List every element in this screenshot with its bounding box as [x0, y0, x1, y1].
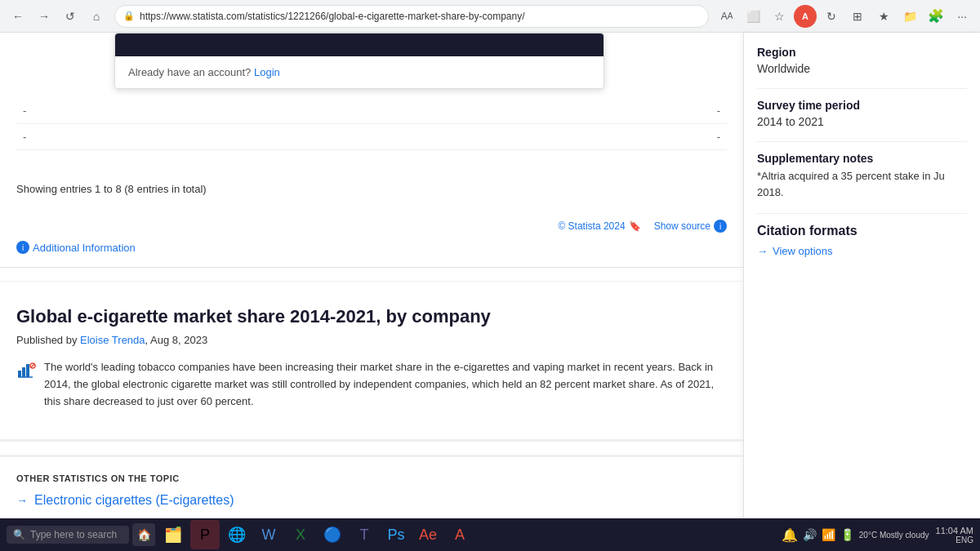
already-account-text: Already have an account? [128, 66, 251, 78]
extensions-button[interactable]: 🧩 [924, 5, 947, 28]
browser-bar: ← → ↺ ⌂ 🔒 https://www.statista.com/stati… [0, 0, 980, 33]
taskbar-search-text[interactable]: Type here to search [30, 529, 117, 540]
survey-period-value: 2014 to 2021 [757, 115, 967, 128]
region-label: Region [757, 46, 967, 59]
right-sidebar: Region Worldwide Survey time period 2014… [743, 33, 980, 551]
sidebar-divider [757, 88, 967, 89]
read-mode-button[interactable]: AA [715, 5, 738, 28]
volume-icon[interactable]: 🔊 [803, 528, 817, 541]
collections-button[interactable]: 📁 [898, 5, 921, 28]
taskbar-windows-button[interactable]: 🏠 [132, 523, 155, 546]
svg-line-5 [31, 364, 34, 367]
more-button[interactable]: ··· [951, 5, 973, 28]
show-source-button[interactable]: Show source i [654, 220, 727, 233]
view-options-link[interactable]: → View options [757, 245, 967, 257]
supp-notes-text: *Altria acquired a 35 percent stake in J… [757, 168, 967, 200]
forward-button[interactable]: → [33, 5, 56, 28]
taskbar-app-excel[interactable]: X [286, 520, 315, 549]
sidebar-region-section: Region Worldwide [757, 46, 967, 75]
login-popup: Already have an account? Login [114, 33, 604, 89]
table-cell: - [490, 104, 727, 117]
battery-icon[interactable]: 🔋 [840, 528, 854, 541]
article-text: The world's leading tobacco companies ha… [44, 359, 727, 410]
taskbar-app-powerpoint[interactable]: P [190, 520, 220, 549]
sidebar-survey-section: Survey time period 2014 to 2021 [757, 99, 967, 128]
back-button[interactable]: ← [7, 5, 29, 28]
taskbar-app-teams[interactable]: T [350, 520, 379, 549]
author-link[interactable]: Eloise Trenda [80, 334, 145, 346]
notification-icon[interactable]: 🔔 [782, 527, 798, 543]
taskbar-search-icon: 🔍 [13, 529, 25, 540]
taskbar-app-word[interactable]: W [254, 520, 283, 549]
screenshot-button[interactable]: ⬜ [742, 5, 764, 28]
url-text: https://www.statista.com/statistics/1221… [140, 11, 525, 22]
bookmark-small-icon: 🔖 [629, 220, 641, 232]
taskbar-right: 20°C Mostly cloudy 11:04 AM ENG [859, 526, 973, 544]
favorites-button[interactable]: ★ [872, 5, 895, 28]
address-bar[interactable]: 🔒 https://www.statista.com/statistics/12… [114, 5, 709, 28]
table-row: - - [16, 124, 727, 150]
taskbar-apps: 🗂️ P 🌐 W X 🔵 T Ps Ae A [158, 520, 778, 549]
table-cell [253, 131, 490, 143]
statista-copyright: © Statista 2024 🔖 [558, 220, 640, 232]
browser-actions: AA ⬜ ☆ A ↻ ⊞ ★ 📁 🧩 ··· [715, 5, 973, 28]
view-options-arrow-icon: → [757, 245, 768, 257]
info-icon: i [16, 241, 29, 254]
supp-notes-label: Supplementary notes [757, 152, 967, 165]
article-author: Published by Eloise Trenda, Aug 8, 2023 [16, 334, 727, 346]
taskbar-weather: 20°C Mostly cloudy [859, 531, 929, 540]
reload-button[interactable]: ↺ [59, 5, 82, 28]
additional-info-button[interactable]: i Additional Information [0, 241, 743, 254]
nav-buttons: ← → ↺ ⌂ [7, 5, 108, 28]
article-body: The world's leading tobacco companies ha… [16, 359, 727, 410]
taskbar-app-adobe[interactable]: Ae [413, 520, 443, 549]
other-stats-section: OTHER STATISTICS ON THE TOPIC → Electron… [0, 455, 743, 524]
login-popup-body: Already have an account? Login [115, 56, 604, 88]
wifi-icon[interactable]: 📶 [822, 528, 835, 541]
survey-period-label: Survey time period [757, 99, 967, 112]
table-row: - - [16, 98, 727, 124]
view-options-label: View options [773, 245, 832, 257]
region-value: Worldwide [757, 62, 967, 75]
svg-rect-0 [18, 371, 21, 377]
table-cell: - [16, 104, 253, 117]
sidebar-citation-section: Citation formats → View options [757, 224, 967, 257]
profile-button[interactable]: A [794, 5, 817, 28]
e-cigarettes-link[interactable]: → Electronic cigarettes (E-cigarettes) [16, 493, 727, 508]
sidebar-supp-notes-section: Supplementary notes *Altria acquired a 3… [757, 152, 967, 200]
entries-info: Showing entries 1 to 8 (8 entries in tot… [16, 183, 727, 195]
arrow-icon: → [16, 494, 28, 507]
main-content: Already have an account? Login - - - - S… [0, 33, 980, 551]
left-content: Already have an account? Login - - - - S… [0, 33, 743, 551]
other-stats-title: OTHER STATISTICS ON THE TOPIC [16, 473, 727, 483]
citation-title: Citation formats [757, 224, 967, 238]
table-cell: - [490, 131, 727, 143]
chart-icon [16, 361, 36, 384]
taskbar-app-chrome[interactable]: 🔵 [318, 520, 347, 549]
taskbar-app-acrobat[interactable]: A [445, 520, 474, 549]
source-info-icon: i [714, 220, 727, 233]
home-button[interactable]: ⌂ [85, 5, 108, 28]
sidebar-divider-2 [757, 141, 967, 142]
taskbar-time: 11:04 AM ENG [936, 526, 973, 544]
login-popup-header [115, 33, 604, 56]
taskbar-app-photoshop[interactable]: Ps [381, 520, 411, 549]
taskbar: 🔍 Type here to search 🏠 🗂️ P 🌐 W X 🔵 T P… [0, 518, 980, 551]
sidebar-divider-3 [757, 213, 967, 214]
table-cell [253, 104, 490, 117]
login-link[interactable]: Login [254, 66, 280, 78]
statista-footer: © Statista 2024 🔖 Show source i [0, 211, 743, 241]
svg-rect-1 [22, 367, 25, 377]
split-view-button[interactable]: ⊞ [846, 5, 869, 28]
bookmark-button[interactable]: ☆ [768, 5, 791, 28]
article-section: Global e-cigarette market share 2014-202… [0, 281, 743, 426]
svg-rect-2 [26, 364, 29, 377]
lock-icon: 🔒 [123, 11, 135, 21]
refresh-button[interactable]: ↻ [820, 5, 843, 28]
article-title: Global e-cigarette market share 2014-202… [16, 306, 727, 327]
taskbar-app-edge[interactable]: 🌐 [222, 520, 252, 549]
taskbar-app-explorer[interactable]: 🗂️ [158, 520, 188, 549]
table-cell: - [16, 131, 253, 143]
